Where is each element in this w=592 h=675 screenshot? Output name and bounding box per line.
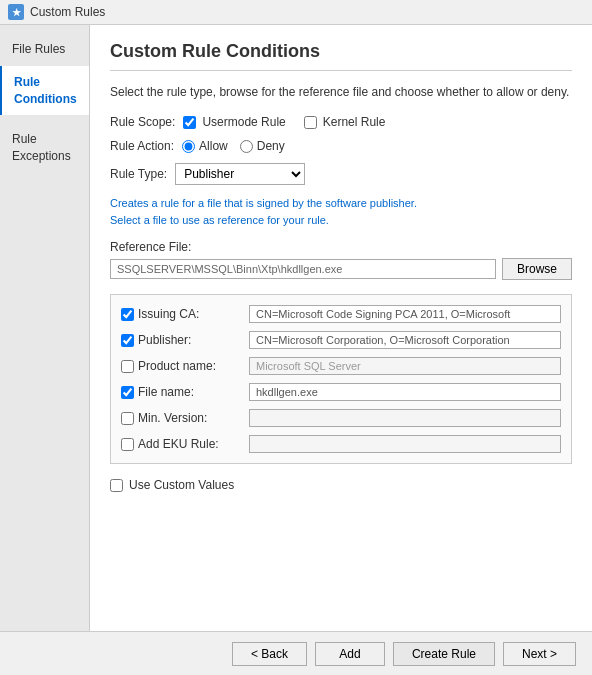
- ref-file-input[interactable]: [110, 259, 496, 279]
- next-button[interactable]: Next >: [503, 642, 576, 666]
- product-name-input[interactable]: [249, 357, 561, 375]
- usermode-checkbox[interactable]: [183, 116, 196, 129]
- issuing-ca-checkbox-group: Issuing CA:: [121, 307, 241, 321]
- product-name-checkbox-group: Product name:: [121, 359, 241, 373]
- issuing-ca-checkbox[interactable]: [121, 308, 134, 321]
- min-version-checkbox-group: Min. Version:: [121, 411, 241, 425]
- rule-scope-label: Rule Scope:: [110, 115, 175, 129]
- create-rule-button[interactable]: Create Rule: [393, 642, 495, 666]
- titlebar: ★ Custom Rules: [0, 0, 592, 25]
- file-name-checkbox[interactable]: [121, 386, 134, 399]
- hint-line1: Creates a rule for a file that is signed…: [110, 195, 572, 212]
- allow-radio-item: Allow: [182, 139, 228, 153]
- browse-button[interactable]: Browse: [502, 258, 572, 280]
- kernel-checkbox[interactable]: [304, 116, 317, 129]
- publisher-input[interactable]: [249, 331, 561, 349]
- main-container: File Rules Rule Conditions Rule Exceptio…: [0, 25, 592, 675]
- description-text: Select the rule type, browse for the ref…: [110, 83, 572, 101]
- rule-type-label: Rule Type:: [110, 167, 167, 181]
- use-custom-row: Use Custom Values: [110, 478, 572, 492]
- rule-type-select[interactable]: Publisher Path Hash: [175, 163, 305, 185]
- sidebar-item-rule-exceptions[interactable]: Rule Exceptions: [0, 123, 89, 173]
- ref-file-section: Reference File: Browse: [110, 240, 572, 280]
- field-row-add-eku: Add EKU Rule:: [121, 435, 561, 453]
- field-row-min-version: Min. Version:: [121, 409, 561, 427]
- add-button[interactable]: Add: [315, 642, 385, 666]
- add-eku-checkbox-group: Add EKU Rule:: [121, 437, 241, 451]
- hint-text: Creates a rule for a file that is signed…: [110, 195, 572, 228]
- rule-scope-row: Rule Scope: Usermode Rule Kernel Rule: [110, 115, 572, 129]
- file-name-checkbox-group: File name:: [121, 385, 241, 399]
- rule-action-radio-group: Allow Deny: [182, 139, 285, 153]
- fields-section: Issuing CA: Publisher: Product name:: [110, 294, 572, 464]
- rule-action-row: Rule Action: Allow Deny: [110, 139, 572, 153]
- page-title: Custom Rule Conditions: [110, 41, 572, 71]
- product-name-label: Product name:: [138, 359, 216, 373]
- titlebar-title: Custom Rules: [30, 5, 105, 19]
- deny-radio[interactable]: [240, 140, 253, 153]
- publisher-checkbox-group: Publisher:: [121, 333, 241, 347]
- use-custom-checkbox[interactable]: [110, 479, 123, 492]
- issuing-ca-input[interactable]: [249, 305, 561, 323]
- add-eku-input[interactable]: [249, 435, 561, 453]
- rule-type-row: Rule Type: Publisher Path Hash: [110, 163, 572, 185]
- back-button[interactable]: < Back: [232, 642, 307, 666]
- min-version-checkbox[interactable]: [121, 412, 134, 425]
- field-row-file-name: File name:: [121, 383, 561, 401]
- content-area: Custom Rule Conditions Select the rule t…: [90, 25, 592, 675]
- kernel-checkbox-group: Kernel Rule: [304, 115, 386, 129]
- use-custom-label: Use Custom Values: [129, 478, 234, 492]
- usermode-label: Usermode Rule: [202, 115, 285, 129]
- min-version-label: Min. Version:: [138, 411, 207, 425]
- hint-line2: Select a file to use as reference for yo…: [110, 212, 572, 229]
- app-icon: ★: [8, 4, 24, 20]
- footer: < Back Add Create Rule Next >: [0, 631, 592, 675]
- add-eku-label: Add EKU Rule:: [138, 437, 219, 451]
- add-eku-checkbox[interactable]: [121, 438, 134, 451]
- ref-file-label: Reference File:: [110, 240, 572, 254]
- allow-label: Allow: [199, 139, 228, 153]
- file-name-input[interactable]: [249, 383, 561, 401]
- min-version-input[interactable]: [249, 409, 561, 427]
- deny-radio-item: Deny: [240, 139, 285, 153]
- product-name-checkbox[interactable]: [121, 360, 134, 373]
- kernel-label: Kernel Rule: [323, 115, 386, 129]
- sidebar-item-rule-conditions[interactable]: Rule Conditions: [0, 66, 89, 116]
- sidebar-item-file-rules[interactable]: File Rules: [0, 33, 89, 66]
- field-row-issuing-ca: Issuing CA:: [121, 305, 561, 323]
- publisher-checkbox[interactable]: [121, 334, 134, 347]
- issuing-ca-label: Issuing CA:: [138, 307, 199, 321]
- field-row-publisher: Publisher:: [121, 331, 561, 349]
- sidebar: File Rules Rule Conditions Rule Exceptio…: [0, 25, 90, 675]
- publisher-label: Publisher:: [138, 333, 191, 347]
- deny-label: Deny: [257, 139, 285, 153]
- file-name-label: File name:: [138, 385, 194, 399]
- rule-action-label: Rule Action:: [110, 139, 174, 153]
- allow-radio[interactable]: [182, 140, 195, 153]
- ref-file-row: Browse: [110, 258, 572, 280]
- usermode-checkbox-group: Usermode Rule: [183, 115, 285, 129]
- field-row-product-name: Product name:: [121, 357, 561, 375]
